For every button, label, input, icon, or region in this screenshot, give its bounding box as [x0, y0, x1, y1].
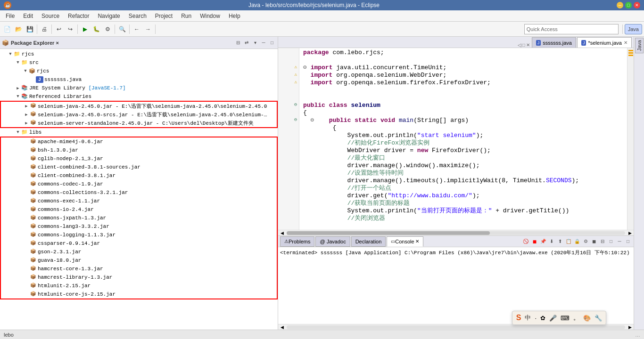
tree-item-bsh[interactable]: 📦 bsh-1.3.0.jar: [1, 146, 277, 154]
tab-sssssss[interactable]: J sssssss.java: [532, 37, 576, 48]
tree-item-sel-jar2[interactable]: ▶ 📦 selenium-java-2.45.0-srcs.jar - E:\迅…: [1, 110, 277, 119]
tree-item-htmlunit[interactable]: 📦 htmlunit-2.15.jar: [1, 282, 277, 290]
ime-soft-kbd[interactable]: ✿: [540, 315, 545, 322]
tree-item-rjcs[interactable]: ▼ 📁 rjcs: [0, 50, 278, 58]
tab-console-close[interactable]: ✕: [415, 239, 419, 244]
tab-selenium[interactable]: J *selenium.java ✕: [577, 37, 632, 48]
tree-item-collections[interactable]: 📦 commons-collections-3.2.1.jar: [1, 188, 277, 197]
menu-navigate[interactable]: Navigate: [94, 12, 124, 20]
panel-collapse-btn[interactable]: ─: [616, 238, 623, 245]
tree-item-rjcs-pkg[interactable]: ▼ 📦 rjcs: [0, 67, 278, 75]
menu-window[interactable]: Window: [196, 12, 224, 20]
tree-item-htmlunit-core[interactable]: 📦 htmlunit-core-js-2.15.jar: [1, 290, 277, 299]
hscroll-track[interactable]: [287, 231, 625, 235]
console-scroll-left[interactable]: ◀: [278, 324, 286, 330]
scroll-left-btn[interactable]: ◀: [278, 230, 286, 236]
tree-item-jxpath[interactable]: 📦 commons-jxpath-1.3.jar: [1, 214, 277, 222]
toolbar-back[interactable]: ←: [132, 24, 142, 34]
tree-item-guava[interactable]: 📦 guava-18.0.jar: [1, 256, 277, 265]
tab-selenium-close[interactable]: ✕: [624, 40, 627, 45]
console-btn2[interactable]: ⬆: [556, 238, 564, 245]
console-btn7[interactable]: ⊟: [599, 238, 606, 245]
perspective-java-tab[interactable]: Java: [635, 38, 644, 53]
tab-javadoc[interactable]: @ Javadoc: [315, 236, 350, 247]
console-btn1[interactable]: ⬇: [548, 238, 555, 245]
tree-item-exec[interactable]: 📦 commons-exec-1.1.jar: [1, 197, 277, 205]
expand-rjcs-pkg[interactable]: ▼: [23, 69, 28, 73]
tree-item-hamcrest-lib[interactable]: 📦 hamcrest-library-1.3.jar: [1, 273, 277, 282]
toolbar-debug[interactable]: 🐛: [91, 24, 101, 34]
tab-console[interactable]: ▭ Console ✕: [387, 236, 423, 247]
tree-item-codec[interactable]: 📦 commons-codec-1.9.jar: [1, 180, 277, 188]
expand-sel2[interactable]: ▶: [24, 112, 29, 117]
expand-rjcs[interactable]: ▼: [8, 52, 13, 56]
perspective-java[interactable]: Java: [625, 24, 642, 34]
tree-item-sssssss[interactable]: J sssssss.java: [0, 75, 278, 84]
tab-declaration[interactable]: Declaration: [351, 236, 386, 247]
menu-project[interactable]: Project: [151, 12, 176, 20]
editor-right-scrollbar[interactable]: [627, 48, 634, 230]
editor-area[interactable]: ⚠ ⚠ ⚠ ⊖ ⊖: [278, 48, 634, 230]
expand-src[interactable]: ▼: [15, 60, 21, 65]
console-clear-btn[interactable]: 🚫: [521, 238, 530, 245]
console-btn6[interactable]: ◼: [590, 238, 598, 245]
toolbar-forward[interactable]: →: [143, 24, 153, 34]
toolbar-print[interactable]: 🖨: [39, 24, 50, 34]
menu-run[interactable]: Run: [177, 12, 195, 20]
expand-sel3[interactable]: ▶: [24, 121, 29, 126]
tree-item-lang3[interactable]: 📦 commons-lang3-3.3.2.jar: [1, 222, 277, 231]
maximize-panel-button[interactable]: □: [268, 39, 276, 47]
console-btn4[interactable]: 🔒: [573, 238, 581, 245]
menu-edit[interactable]: Edit: [19, 12, 37, 20]
expand-reflibs[interactable]: ▼: [15, 94, 21, 99]
quick-access-input[interactable]: Quick Access: [524, 24, 619, 34]
console-hscroll-track[interactable]: [287, 325, 625, 329]
tree-item-jre[interactable]: ▶ 📚 JRE System Library [JavaSE-1.7]: [0, 84, 278, 92]
expand-libs[interactable]: ▼: [15, 130, 21, 135]
console-pin-btn[interactable]: 📌: [539, 238, 547, 245]
toolbar-run[interactable]: ▶: [80, 24, 90, 34]
close-button[interactable]: ✕: [634, 2, 640, 8]
tree-item-gson[interactable]: 📦 gson-2.3.1.jar: [1, 248, 277, 256]
link-editor-button[interactable]: ⇄: [243, 39, 250, 47]
tree-item-sel-jar3[interactable]: ▶ 📦 selenium-server-standalone-2.45.0.ja…: [1, 119, 277, 127]
maximize-button[interactable]: □: [625, 2, 632, 8]
tree-item-client[interactable]: 📦 client-combined-3.8.1.jar: [1, 171, 277, 180]
menu-file[interactable]: File: [2, 12, 18, 20]
console-btn5[interactable]: ⚙: [582, 238, 589, 245]
console-stop-btn[interactable]: ■: [531, 238, 538, 245]
toolbar-undo[interactable]: ↩: [54, 24, 64, 34]
editor-hscrollbar[interactable]: ◀ ▶: [278, 230, 634, 235]
toolbar-save[interactable]: 💾: [25, 24, 35, 34]
menu-refactor[interactable]: Refactor: [64, 12, 93, 20]
scroll-right-btn[interactable]: ▶: [626, 230, 634, 236]
console-scroll-right[interactable]: ▶: [626, 324, 634, 330]
console-btn3[interactable]: 📋: [565, 238, 572, 245]
console-btn8[interactable]: □: [607, 238, 615, 245]
tree-item-cglib[interactable]: 📦 cglib-nodep-2.1_3.jar: [1, 154, 277, 163]
menu-source[interactable]: Source: [38, 12, 63, 20]
toolbar-new[interactable]: 📄: [2, 24, 12, 34]
ime-mic[interactable]: 🎤: [549, 315, 557, 322]
ime-cn[interactable]: 中: [525, 314, 531, 322]
tree-item-cssparser[interactable]: 📦 cssparser-0.9.14.jar: [1, 239, 277, 248]
tree-item-apache[interactable]: 📦 apache-mime4j-0.6.jar: [1, 137, 277, 146]
code-editor[interactable]: package com.lebo.rjcs; ⊖ import java.uti…: [299, 48, 627, 230]
hscroll-thumb[interactable]: [287, 231, 490, 235]
tree-item-io[interactable]: 📦 commons-io-2.4.jar: [1, 205, 277, 214]
tab-problems[interactable]: ⚠ Problems: [280, 236, 314, 247]
minimize-panel-button[interactable]: ─: [260, 39, 267, 47]
tree-item-hamcrest-core[interactable]: 📦 hamcrest-core-1.3.jar: [1, 265, 277, 273]
tree-item-client-src[interactable]: 📦 client-combined-3.8.1-sources.jar: [1, 163, 277, 171]
ime-tools[interactable]: 🔧: [594, 315, 602, 322]
minimize-button[interactable]: ─: [617, 2, 623, 8]
view-menu-button[interactable]: ▾: [251, 39, 259, 47]
toolbar-run-config[interactable]: ⚙: [102, 24, 113, 34]
toolbar-search[interactable]: 🔍: [117, 24, 127, 34]
tree-item-libs[interactable]: ▼ 📁 libs: [0, 128, 278, 137]
menu-search[interactable]: Search: [125, 12, 150, 20]
toolbar-open[interactable]: 📂: [13, 24, 24, 34]
panel-maximize-btn[interactable]: □: [624, 238, 632, 245]
ime-punct[interactable]: 。: [573, 314, 579, 322]
package-tree[interactable]: ▼ 📁 rjcs ▼ 📁 src ▼ 📦 rjcs: [0, 49, 278, 330]
